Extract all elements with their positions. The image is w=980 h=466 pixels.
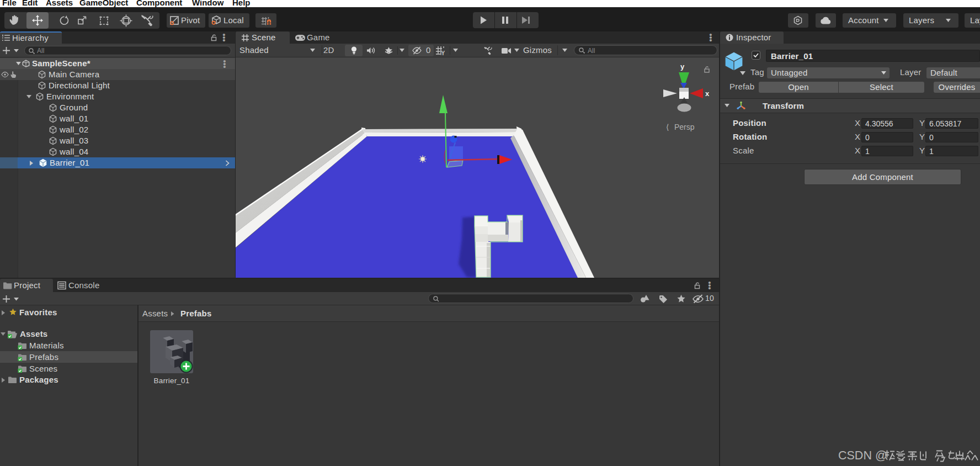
svg-text:Y: Y: [441, 50, 445, 56]
svg-text:⟨: ⟨: [666, 123, 669, 131]
svg-text:Persp: Persp: [674, 123, 695, 131]
svg-text:CSDN @: CSDN @: [838, 449, 887, 462]
svg-text:y: y: [680, 62, 685, 71]
svg-text:x: x: [705, 89, 710, 98]
